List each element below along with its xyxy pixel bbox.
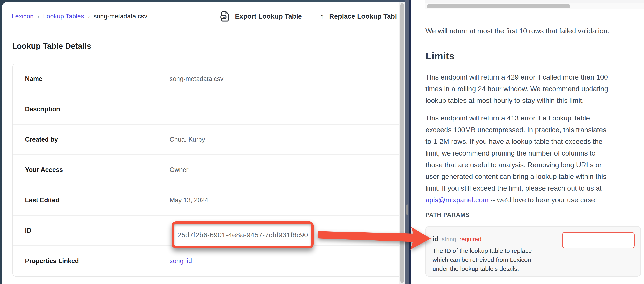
detail-label: Description (25, 106, 170, 113)
gap-scrollbar-thumb[interactable] (406, 204, 408, 215)
limits-paragraph-2: This endpoint will return a 413 error if… (426, 112, 606, 206)
linked-property-link[interactable]: song_id (170, 257, 192, 265)
detail-value-your-access: Owner (170, 166, 188, 173)
export-button-label: Export Lookup Table (235, 12, 302, 20)
limits-paragraph-2-text: This endpoint will return a 413 error if… (426, 114, 606, 192)
docs-table-bottom-strip (426, 0, 644, 3)
replace-lookup-table-button[interactable]: ↑ Replace Lookup Tabl (320, 2, 397, 31)
breadcrumb: Lexicon › Lookup Tables › song-metadata.… (12, 2, 147, 31)
lexicon-window: Lexicon › Lookup Tables › song-metadata.… (2, 2, 400, 284)
breadcrumb-separator-icon: › (38, 13, 40, 20)
detail-row-name: Name song-metadata.csv (13, 64, 400, 94)
detail-value-last-edited: May 13, 2024 (170, 196, 208, 204)
id-value-box: 25d7f2b6-6901-4e8a-9457-7cbf931f8c90 (174, 224, 311, 246)
breadcrumb-separator-icon: › (88, 13, 90, 20)
right-window-edge (409, 0, 411, 284)
limits-heading: Limits (426, 50, 454, 62)
docs-intro-text: We will return at most the first 10 rows… (426, 26, 609, 35)
id-annotation-highlight-box: 25d7f2b6-6901-4e8a-9457-7cbf931f8c90 (172, 221, 314, 248)
id-param-card: id string required The ID of the lookup … (426, 226, 641, 277)
param-name: id (432, 235, 438, 243)
path-params-heading: PATH PARAMS (426, 211, 470, 218)
limits-paragraph-2-tail: -- we'd love to hear your use case! (488, 196, 597, 204)
upload-arrow-icon: ↑ (320, 12, 324, 21)
id-param-header: id string required (432, 235, 481, 243)
left-window-scrollbar-track[interactable] (400, 2, 405, 284)
param-type: string (442, 236, 456, 243)
detail-value-created-by: Chua, Kurby (170, 136, 205, 143)
api-docs-window: We will return at most the first 10 rows… (411, 0, 644, 284)
detail-row-description: Description (13, 94, 400, 125)
id-param-input[interactable] (562, 232, 634, 248)
detail-label: ID (25, 227, 170, 234)
detail-row-properties-linked: Properties Linked song_id (13, 246, 400, 276)
lookup-table-id-value: 25d7f2b6-6901-4e8a-9457-7cbf931f8c90 (178, 231, 308, 239)
docs-horizontal-scrollbar-track[interactable] (426, 3, 644, 9)
csv-file-icon: csv (220, 11, 230, 22)
left-window-scrollbar-thumb[interactable] (400, 3, 404, 283)
window-gap (405, 0, 409, 284)
detail-label: Last Edited (25, 196, 170, 204)
export-lookup-table-button[interactable]: csv Export Lookup Table (220, 2, 302, 31)
detail-label: Properties Linked (25, 257, 170, 265)
param-description: The ID of the lookup table to replace wh… (432, 246, 532, 273)
svg-text:csv: csv (222, 16, 225, 18)
detail-row-created-by: Created by Chua, Kurby (13, 125, 400, 155)
param-required-badge: required (460, 236, 481, 243)
breadcrumb-lookup-tables[interactable]: Lookup Tables (43, 13, 84, 20)
detail-label: Created by (25, 136, 170, 143)
page-title: Lookup Table Details (12, 42, 91, 51)
lexicon-header: Lexicon › Lookup Tables › song-metadata.… (2, 2, 400, 31)
detail-value-name: song-metadata.csv (170, 75, 224, 83)
detail-row-your-access: Your Access Owner (13, 155, 400, 185)
limits-paragraph-1: This endpoint will return a 429 error if… (426, 71, 608, 106)
breadcrumb-lexicon[interactable]: Lexicon (12, 13, 34, 20)
detail-label: Your Access (25, 166, 170, 173)
lookup-table-details-card: Name song-metadata.csv Description Creat… (12, 64, 400, 277)
breadcrumb-current-file: song-metadata.csv (94, 13, 147, 20)
docs-horizontal-scrollbar-thumb[interactable] (427, 4, 570, 8)
detail-row-last-edited: Last Edited May 13, 2024 (13, 185, 400, 216)
replace-button-label: Replace Lookup Tabl (329, 12, 397, 20)
detail-row-id: ID 25d7f2b6-6901-4e8a-9457-7cbf931f8c90 (13, 216, 400, 246)
detail-label: Name (25, 75, 170, 83)
apis-mixpanel-email-link[interactable]: apis@mixpanel.com (426, 196, 488, 204)
